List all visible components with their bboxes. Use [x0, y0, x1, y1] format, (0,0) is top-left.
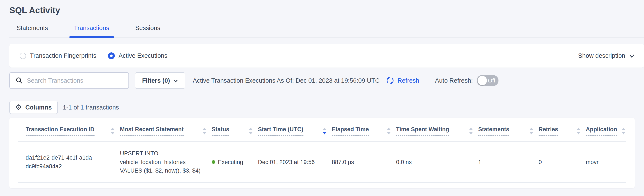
search-box[interactable] [10, 72, 129, 89]
col-header-most-recent-statement[interactable]: Most Recent Statement [120, 119, 212, 142]
view-options-card: Transaction Fingerprints Active Executio… [10, 44, 644, 67]
cell-most-recent-statement[interactable]: UPSERT INTO vehicle_location_histories V… [120, 142, 212, 183]
col-header-application[interactable]: Application [586, 119, 626, 142]
cell-transaction-execution-id[interactable]: da1f21e2-de71-4c1f-a1da-dc9fc94a84a2 [18, 142, 120, 183]
sort-icon[interactable] [617, 128, 626, 134]
radio-unselected-icon[interactable] [20, 53, 26, 59]
cell-start-time: Dec 01, 2023 at 19:56 [258, 142, 332, 183]
sort-icon[interactable] [198, 128, 206, 134]
radio-active-executions[interactable]: Active Executions [108, 52, 168, 59]
sort-icon[interactable] [244, 128, 253, 134]
sort-icon[interactable] [525, 128, 534, 134]
cell-retries: 0 [538, 142, 586, 183]
tab-statements[interactable]: Statements [12, 24, 53, 37]
col-header-transaction-execution-id[interactable]: Transaction Execution ID [18, 119, 120, 142]
cell-application: movr [586, 142, 626, 183]
table-row: da1f21e2-de71-4c1f-a1da-dc9fc94a84a2 UPS… [18, 142, 626, 183]
col-header-start-time[interactable]: Start Time (UTC) [258, 119, 332, 142]
radio-selected-icon[interactable] [108, 52, 115, 59]
sort-icon[interactable] [382, 128, 391, 134]
results-row: ⚙ Columns 1-1 of 1 transactions [10, 101, 634, 114]
gear-icon: ⚙ [15, 104, 22, 111]
table-header-row: Transaction Execution ID Most Recent Sta… [18, 119, 626, 142]
refresh-icon [386, 76, 394, 85]
transactions-table: Transaction Execution ID Most Recent Sta… [18, 119, 626, 183]
cell-statements: 1 [478, 142, 538, 183]
col-header-elapsed-time[interactable]: Elapsed Time [332, 119, 396, 142]
auto-refresh-label: Auto Refresh: [435, 77, 473, 84]
toolbar: Filters (0) Active Transaction Execution… [10, 72, 634, 89]
tab-bar: Statements Transactions Sessions [10, 24, 644, 37]
filters-button[interactable]: Filters (0) [135, 72, 185, 89]
tab-transactions[interactable]: Transactions [69, 24, 114, 37]
columns-button-label: Columns [25, 104, 52, 111]
radio-transaction-fingerprints[interactable]: Transaction Fingerprints [20, 52, 96, 59]
chevron-down-icon [173, 79, 178, 83]
status-label: Executing [218, 158, 243, 167]
show-description-button[interactable]: Show description [578, 52, 634, 59]
radio-label-fingerprints: Transaction Fingerprints [30, 52, 96, 59]
page-title: SQL Activity [10, 5, 644, 15]
result-count: 1-1 of 1 transactions [63, 104, 119, 111]
sort-icon[interactable] [106, 128, 115, 134]
cell-elapsed-time: 887.0 µs [332, 142, 396, 183]
filters-label: Filters (0) [142, 77, 170, 84]
toggle-knob [478, 76, 487, 85]
col-header-time-spent-waiting[interactable]: Time Spent Waiting [396, 119, 478, 142]
as-of-text: Active Transaction Executions As Of: Dec… [193, 77, 380, 84]
search-icon [15, 77, 23, 84]
columns-button[interactable]: ⚙ Columns [10, 101, 58, 114]
refresh-button[interactable]: Refresh [386, 76, 419, 85]
sort-icon-active-desc[interactable] [318, 128, 327, 134]
toggle-state-label: Off [488, 75, 495, 86]
sql-activity-page: SQL Activity Statements Transactions Ses… [0, 5, 644, 196]
tab-sessions[interactable]: Sessions [130, 24, 165, 37]
col-header-statements[interactable]: Statements [478, 119, 538, 142]
sort-icon[interactable] [572, 128, 580, 134]
radio-label-active-executions: Active Executions [119, 52, 168, 59]
transactions-table-card: Transaction Execution ID Most Recent Sta… [10, 118, 634, 188]
col-header-retries[interactable]: Retries [538, 119, 586, 142]
refresh-label: Refresh [398, 77, 419, 84]
search-input[interactable] [27, 77, 126, 84]
cell-time-spent-waiting: 0.0 ns [396, 142, 478, 183]
show-description-label: Show description [578, 52, 625, 59]
toolbar-divider [427, 73, 427, 88]
status-executing-dot-icon [212, 160, 215, 164]
col-header-status[interactable]: Status [212, 119, 258, 142]
cell-status: Executing [212, 142, 258, 183]
sort-icon[interactable] [464, 128, 473, 134]
auto-refresh-toggle[interactable]: Off [477, 75, 498, 86]
chevron-down-icon [629, 54, 634, 58]
